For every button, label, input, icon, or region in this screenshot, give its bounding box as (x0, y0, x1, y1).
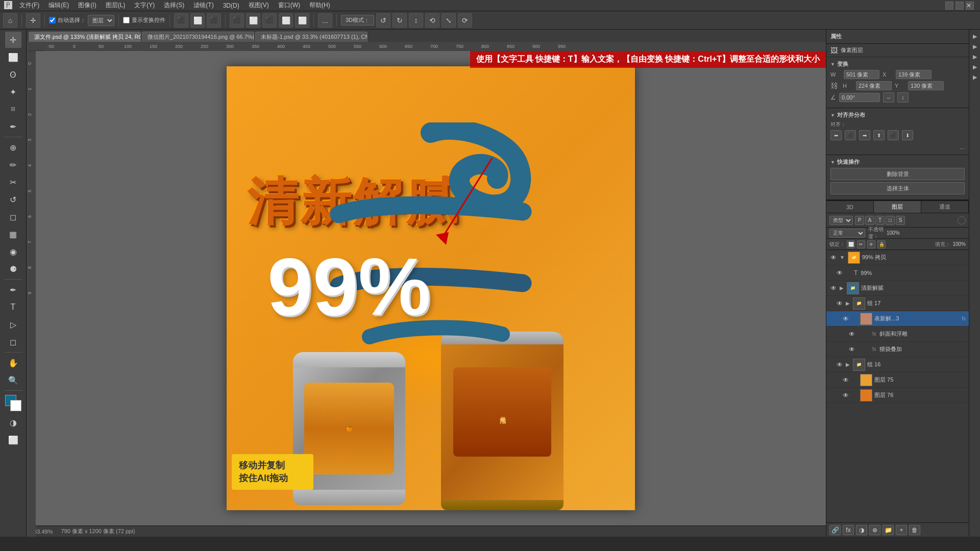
new-layer-btn[interactable]: + (896, 525, 907, 535)
menu-window[interactable]: 窗口(W) (274, 0, 304, 11)
window-maximize[interactable] (955, 2, 964, 10)
background-color[interactable] (10, 400, 21, 411)
tool-clone[interactable]: ✂ (5, 174, 21, 190)
move-tool[interactable]: ✛ (26, 13, 40, 28)
transform-controls-checkbox[interactable] (123, 17, 130, 23)
layer-vis-6[interactable]: 👁 (848, 345, 856, 354)
layer-vis-0[interactable]: 👁 (829, 254, 838, 262)
tool-hand[interactable]: ✋ (5, 355, 21, 371)
more-options[interactable]: ... (318, 13, 332, 28)
layer-item-2[interactable]: 👁▶📁清新解腻 (826, 281, 969, 296)
link-layers-btn[interactable]: 🔗 (829, 525, 841, 535)
menu-view[interactable]: 视图(V) (244, 0, 273, 11)
angle-flip-v[interactable]: ↕ (897, 92, 909, 103)
menu-filter[interactable]: 滤镜(T) (189, 0, 217, 11)
side-icon-2[interactable]: ▶ (970, 42, 979, 51)
quick-actions-header[interactable]: ▼ 快速操作 (830, 158, 965, 166)
window-minimize[interactable] (945, 2, 953, 10)
tool-dodge[interactable]: ⚈ (5, 261, 21, 277)
x-input[interactable] (896, 70, 932, 79)
layer-vis-9[interactable]: 👁 (842, 391, 850, 399)
group-expand-3[interactable]: ▶ (846, 300, 850, 306)
align-top[interactable]: ⬛ (230, 13, 244, 28)
tool-gradient[interactable]: ▦ (5, 226, 21, 242)
canvas-viewport[interactable]: 使用【文字工具 快捷键：T】输入文案，【自由变换 快捷键：Ctrl+T】调整至合… (36, 51, 826, 525)
tool-zoom[interactable]: 🔍 (5, 372, 21, 388)
layer-fx-btn[interactable]: fx (843, 525, 854, 535)
filter-type[interactable]: T (875, 216, 885, 225)
tool-pen[interactable]: ✒ (5, 282, 21, 298)
tab-0[interactable]: 源文件.psd @ 133% (清新解腻 拷贝 24, RGB/8#/CMYK)… (29, 32, 141, 42)
adjustment-layer-btn[interactable]: ⊕ (869, 525, 880, 535)
3d-btn2[interactable]: ↻ (393, 13, 407, 28)
align-center-h[interactable]: ⬜ (190, 13, 205, 28)
tool-lasso[interactable]: ʘ (5, 66, 21, 83)
menu-select[interactable]: 选择(S) (160, 0, 188, 11)
filter-smart[interactable]: S (896, 216, 905, 225)
side-icon-3[interactable]: ▶ (970, 52, 979, 61)
tab-3d[interactable]: 3D (826, 201, 874, 213)
layer-vis-4[interactable]: 👁 (842, 315, 850, 323)
layer-item-6[interactable]: 👁fx猥袋叠加 (826, 342, 969, 357)
align-left-edge[interactable]: ⬅ (830, 130, 842, 140)
auto-select-dropdown[interactable]: 图层 (88, 15, 114, 26)
layer-vis-3[interactable]: 👁 (836, 299, 844, 308)
delete-background-btn[interactable]: 删除背景 (830, 168, 965, 180)
menu-layer[interactable]: 图层(L) (102, 0, 130, 11)
filter-toggle[interactable] (958, 216, 966, 224)
align-right-edge[interactable]: ➡ (859, 130, 870, 140)
tool-brush[interactable]: ✏ (5, 157, 21, 173)
side-icon-4[interactable]: ▶ (970, 62, 979, 71)
menu-3d[interactable]: 3D(D) (219, 1, 243, 10)
tool-crop[interactable]: ⌗ (5, 101, 21, 117)
tool-move[interactable]: ✛ (5, 32, 21, 48)
menu-edit[interactable]: 编辑(E) (44, 0, 73, 11)
canvas-document[interactable]: 清新解腻 99% 🍊 (227, 66, 635, 510)
align-left[interactable]: ⬛ (174, 13, 188, 28)
align-right[interactable]: ⬛ (207, 13, 221, 28)
lock-position[interactable]: ✛ (867, 240, 875, 248)
layer-item-0[interactable]: 👁▼📁99% 拷贝 (826, 250, 969, 265)
y-input[interactable] (908, 81, 944, 90)
menu-text[interactable]: 文字(Y) (130, 0, 159, 11)
tool-quick-select[interactable]: ✦ (5, 84, 21, 100)
layer-vis-2[interactable]: 👁 (829, 284, 838, 292)
lock-image[interactable]: ✏ (857, 240, 865, 248)
side-icon-1[interactable]: ▶ (970, 32, 979, 41)
layers-filter-type[interactable]: 类型 (829, 216, 853, 225)
h-input[interactable] (856, 81, 892, 90)
filter-pixel[interactable]: P (855, 216, 864, 225)
3d-btn5[interactable]: ⤡ (442, 13, 456, 28)
layer-vis-7[interactable]: 👁 (836, 361, 844, 369)
home-button[interactable]: ⌂ (3, 13, 17, 28)
tool-blur[interactable]: ◉ (5, 243, 21, 260)
group-expand-0[interactable]: ▼ (840, 255, 845, 260)
tool-quick-mask[interactable]: ◑ (5, 414, 21, 431)
w-input[interactable] (844, 70, 879, 79)
angle-flip-h[interactable]: ↔ (883, 92, 894, 103)
tool-eyedropper[interactable]: ✒ (5, 118, 21, 135)
tab-2[interactable]: 未标题-1.psd @ 33.3% (401607713 (1), CMYK/8… (255, 32, 368, 42)
tab-1[interactable]: 微信图片_20210730194416.png @ 66.7%(RGB/8#) … (142, 32, 254, 42)
layer-vis-8[interactable]: 👁 (842, 376, 850, 384)
distribute-h[interactable]: ⬜ (279, 13, 293, 28)
group-expand-2[interactable]: ▶ (840, 285, 844, 291)
menu-image[interactable]: 图像(I) (74, 0, 100, 11)
layer-item-1[interactable]: 👁T99% (826, 265, 969, 281)
group-expand-7[interactable]: ▶ (846, 362, 850, 367)
blend-mode-dropdown[interactable]: 正常 (829, 229, 865, 238)
align-more[interactable]: ··· (830, 145, 965, 152)
auto-select-checkbox[interactable] (49, 17, 56, 23)
delete-layer-btn[interactable]: 🗑 (909, 525, 920, 535)
layer-item-7[interactable]: 👁▶📁组 16 (826, 357, 969, 372)
tool-marquee[interactable]: ⬜ (5, 49, 21, 65)
align-bottom[interactable]: ⬛ (262, 13, 277, 28)
layer-item-4[interactable]: 👁表新解...3fx (826, 311, 969, 327)
lock-all[interactable]: 🔒 (877, 240, 886, 248)
tab-layers[interactable]: 图层 (874, 201, 921, 213)
3d-btn4[interactable]: ⟲ (425, 13, 439, 28)
layer-item-5[interactable]: 👁fx斜面和浮雕 (826, 327, 969, 342)
tool-heal[interactable]: ⊕ (5, 139, 21, 156)
angle-input[interactable] (839, 93, 880, 102)
tool-eraser[interactable]: ◻ (5, 209, 21, 225)
